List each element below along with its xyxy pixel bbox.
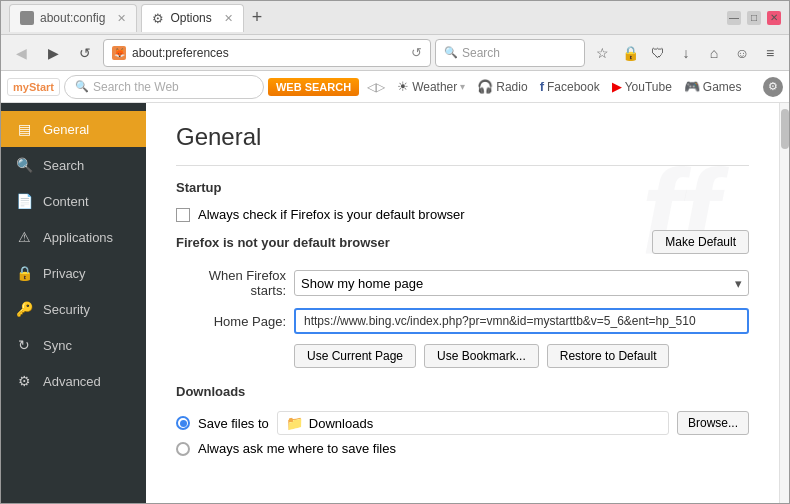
- make-default-button[interactable]: Make Default: [652, 230, 749, 254]
- home-page-url-text: https://www.bing.vc/index.php?pr=vmn&id=…: [304, 314, 696, 328]
- search-placeholder: Search: [462, 46, 500, 60]
- mystart-logo[interactable]: myStart: [7, 78, 60, 96]
- browse-button[interactable]: Browse...: [677, 411, 749, 435]
- maximize-button[interactable]: □: [747, 11, 761, 25]
- minimize-button[interactable]: —: [727, 11, 741, 25]
- save-files-radio[interactable]: [176, 416, 190, 430]
- mystart-settings-icon: ⚙: [768, 80, 778, 93]
- default-browser-label: Always check if Firefox is your default …: [198, 207, 465, 222]
- toolbar-link-facebook[interactable]: f Facebook: [536, 77, 604, 96]
- address-bar[interactable]: 🦊 about:preferences ↺: [103, 39, 431, 67]
- radio-icon: 🎧: [477, 79, 493, 94]
- sync-icon: ↻: [15, 337, 33, 353]
- new-tab-button[interactable]: +: [252, 7, 263, 28]
- home-icon[interactable]: ⌂: [701, 40, 727, 66]
- download-icon[interactable]: ↓: [673, 40, 699, 66]
- content-area: ff General Startup Always check if Firef…: [146, 103, 779, 503]
- select-arrow-icon: ▾: [735, 276, 742, 291]
- sidebar-label-general: General: [43, 122, 89, 137]
- web-search-button[interactable]: WEB SEARCH: [268, 78, 359, 96]
- forward-button[interactable]: ▶: [39, 39, 67, 67]
- downloads-section: Downloads Save files to 📁 Downloads Brow…: [176, 384, 749, 456]
- tab-label-options: Options: [170, 11, 211, 25]
- tab-about-config[interactable]: about:config ✕: [9, 4, 137, 32]
- menu-icon[interactable]: ≡: [757, 40, 783, 66]
- close-button[interactable]: ✕: [767, 11, 781, 25]
- home-page-row: Home Page: https://www.bing.vc/index.php…: [176, 308, 749, 334]
- sidebar-item-content[interactable]: 📄 Content: [1, 183, 146, 219]
- bookmark-star-icon[interactable]: ☆: [589, 40, 615, 66]
- address-icons: ↺: [411, 45, 422, 60]
- always-ask-radio[interactable]: [176, 442, 190, 456]
- weather-label: Weather: [412, 80, 457, 94]
- youtube-icon: ▶: [612, 79, 622, 94]
- general-icon: ▤: [15, 121, 33, 137]
- mystart-settings-button[interactable]: ⚙: [763, 77, 783, 97]
- section-divider: [176, 165, 749, 166]
- when-starts-select[interactable]: Show my home page ▾: [294, 270, 749, 296]
- sidebar-item-advanced[interactable]: ⚙ Advanced: [1, 363, 146, 399]
- main-area: ▤ General 🔍 Search 📄 Content ⚠ Applicati…: [1, 103, 789, 503]
- back-button[interactable]: ◀: [7, 39, 35, 67]
- tab-options[interactable]: ⚙ Options ✕: [141, 4, 243, 32]
- reload-button[interactable]: ↺: [71, 39, 99, 67]
- mystart-search-box[interactable]: 🔍 Search the Web: [64, 75, 264, 99]
- tab-label-about-config: about:config: [40, 11, 105, 25]
- sidebar: ▤ General 🔍 Search 📄 Content ⚠ Applicati…: [1, 103, 146, 503]
- browser-window: about:config ✕ ⚙ Options ✕ + — □ ✕ ◀ ▶ ↺…: [0, 0, 790, 504]
- radio-inner: [180, 420, 187, 427]
- toolbar-link-weather[interactable]: ☀ Weather ▾: [393, 77, 469, 96]
- search-nav-icon: 🔍: [15, 157, 33, 173]
- nav-bar: ◀ ▶ ↺ 🦊 about:preferences ↺ 🔍 Search ☆ 🔒…: [1, 35, 789, 71]
- always-ask-row: Always ask me where to save files: [176, 441, 749, 456]
- address-text: about:preferences: [132, 46, 405, 60]
- sidebar-item-search[interactable]: 🔍 Search: [1, 147, 146, 183]
- toolbar-link-radio[interactable]: 🎧 Radio: [473, 77, 531, 96]
- lock-icon[interactable]: 🔒: [617, 40, 643, 66]
- divider-arrows: ◁▷: [367, 80, 385, 94]
- tab-close-about-config[interactable]: ✕: [117, 12, 126, 25]
- sidebar-item-sync[interactable]: ↻ Sync: [1, 327, 146, 363]
- privacy-icon: 🔒: [15, 265, 33, 281]
- scrollbar[interactable]: [779, 103, 789, 503]
- facebook-icon: f: [540, 79, 544, 94]
- default-browser-checkbox[interactable]: [176, 208, 190, 222]
- downloads-title: Downloads: [176, 384, 749, 399]
- always-ask-label: Always ask me where to save files: [198, 441, 396, 456]
- sidebar-label-security: Security: [43, 302, 90, 317]
- use-current-page-button[interactable]: Use Current Page: [294, 344, 416, 368]
- home-page-input[interactable]: https://www.bing.vc/index.php?pr=vmn&id=…: [294, 308, 749, 334]
- page-title: General: [176, 123, 749, 151]
- not-default-text: Firefox is not your default browser: [176, 235, 390, 250]
- content-icon: 📄: [15, 193, 33, 209]
- shield-icon[interactable]: 🛡: [645, 40, 671, 66]
- radio-label: Radio: [496, 80, 527, 94]
- firefox-favicon: 🦊: [112, 46, 126, 60]
- reload-small-icon: ↺: [411, 45, 422, 60]
- games-label: Games: [703, 80, 742, 94]
- sidebar-label-content: Content: [43, 194, 89, 209]
- sidebar-item-applications[interactable]: ⚠ Applications: [1, 219, 146, 255]
- window-controls: — □ ✕: [727, 11, 781, 25]
- restore-default-button[interactable]: Restore to Default: [547, 344, 670, 368]
- sidebar-label-advanced: Advanced: [43, 374, 101, 389]
- weather-icon: ☀: [397, 79, 409, 94]
- scrollbar-thumb[interactable]: [781, 109, 789, 149]
- weather-dropdown-icon: ▾: [460, 81, 465, 92]
- applications-icon: ⚠: [15, 229, 33, 245]
- search-icon: 🔍: [444, 46, 458, 59]
- sidebar-label-sync: Sync: [43, 338, 72, 353]
- sidebar-item-privacy[interactable]: 🔒 Privacy: [1, 255, 146, 291]
- use-bookmark-button[interactable]: Use Bookmark...: [424, 344, 539, 368]
- profile-icon[interactable]: ☺: [729, 40, 755, 66]
- save-files-label: Save files to: [198, 416, 269, 431]
- search-box[interactable]: 🔍 Search: [435, 39, 585, 67]
- sidebar-label-search: Search: [43, 158, 84, 173]
- youtube-label: YouTube: [625, 80, 672, 94]
- toolbar-link-games[interactable]: 🎮 Games: [680, 77, 746, 96]
- tab-close-options[interactable]: ✕: [224, 12, 233, 25]
- sidebar-item-general[interactable]: ▤ General: [1, 111, 146, 147]
- sidebar-item-security[interactable]: 🔑 Security: [1, 291, 146, 327]
- downloads-folder-icon: 📁: [286, 415, 303, 431]
- toolbar-link-youtube[interactable]: ▶ YouTube: [608, 77, 676, 96]
